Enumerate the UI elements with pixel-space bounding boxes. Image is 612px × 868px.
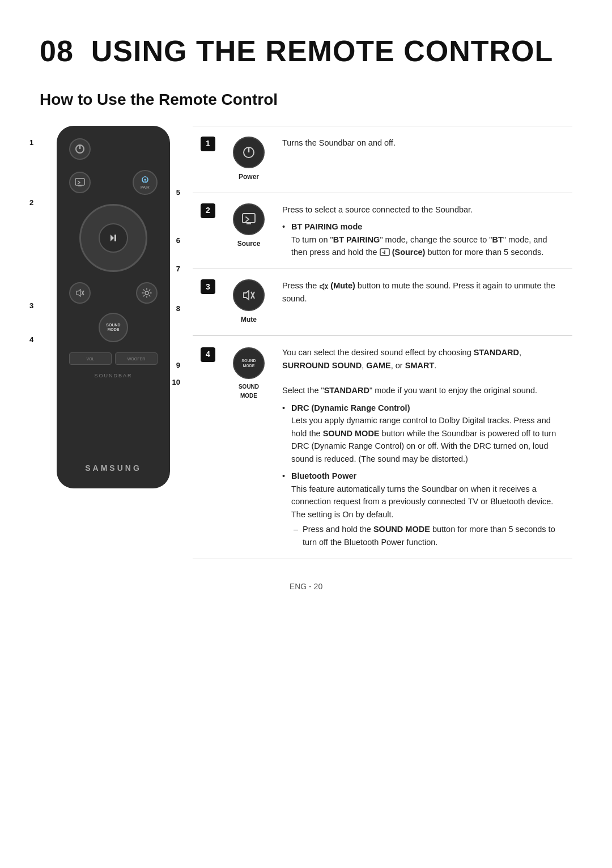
title-text: USING THE REMOTE CONTROL [91,35,554,67]
page-number: ENG - 20 [40,582,572,591]
woofer-slider[interactable]: WOOFER [115,352,158,365]
woofer-label: WOOFER [128,357,146,361]
button-table: 1 Power Turns the Soundbar on and off. [193,126,572,559]
remote-body: PAIR [57,126,170,488]
num-cell-2: 2 [193,193,223,269]
play-pause-button[interactable] [99,223,128,253]
remote-label-2: 2 [29,198,33,207]
svg-rect-11 [243,214,255,223]
icon-cell-mute: Mute [223,269,274,336]
desc-cell-mute: Press the (Mute) button to mute the soun… [274,269,572,336]
sound-mode-label: SOUNDMODE [106,323,120,333]
table-row-mute: 3 Mute Press the (Mute) button [193,269,572,336]
page-title: 08 USING THE REMOTE CONTROL [40,34,572,68]
desc-cell-sound-mode: You can select the desired sound effect … [274,336,572,559]
table-row-power: 1 Power Turns the Soundbar on and off. [193,126,572,193]
source-bullet-1: BT PAIRING mode To turn on "BT PAIRING" … [282,220,564,258]
icon-cell-sound-mode: SOUNDMODE SOUND MODE [223,336,274,559]
desc-cell-power: Turns the Soundbar on and off. [274,126,572,193]
svg-point-3 [144,178,146,180]
sound-mode-icon-label: SOUNDMODE [241,358,256,368]
num-cell-1: 1 [193,126,223,193]
source-icon [233,203,265,235]
source-pair-row: PAIR [67,170,160,195]
slider-row: VOL WOOFER [67,352,160,365]
num-cell-3: 3 [193,269,223,336]
remote-label-4: 4 [29,335,33,344]
mute-button[interactable] [69,282,91,304]
sound-mode-icon: SOUNDMODE [233,347,265,379]
remote-label-5: 5 [176,188,180,197]
soundbar-label: SOUNDBAR [94,373,132,378]
remote-label-10: 10 [172,378,180,386]
samsung-label: SAMSUNG [85,452,142,473]
sound-mode-button-label: SOUND MODE [231,382,266,400]
icon-cell-power: Power [223,126,274,193]
remote-label-7: 7 [176,265,180,273]
remote-label-8: 8 [176,304,180,313]
table-row-sound-mode: 4 SOUNDMODE SOUND MODE You can select th… [193,336,572,559]
desc-cell-source: Press to select a source connected to th… [274,193,572,269]
power-label: Power [231,172,266,182]
svg-rect-5 [114,235,116,241]
nav-ring[interactable] [79,204,147,272]
vol-slider[interactable]: VOL [69,352,112,365]
power-button[interactable] [69,138,91,160]
sound-mode-area: SOUNDMODE [99,313,128,342]
vol-label: VOL [86,357,94,361]
table-row-source: 2 Source Press to select a source co [193,193,572,269]
badge-2: 2 [201,203,215,218]
remote-label-6: 6 [176,236,180,245]
sound-mode-bullet-2: Bluetooth Power This feature automatical… [282,470,564,548]
remote-label-1: 1 [29,138,33,147]
main-layout: 1 2 3 4 5 6 7 8 9 10 [40,126,572,559]
remote-wrapper: 1 2 3 4 5 6 7 8 9 10 [40,126,170,488]
badge-1: 1 [201,137,215,151]
svg-rect-2 [75,178,84,185]
pair-label: PAIR [141,185,150,189]
svg-point-8 [145,291,148,295]
icon-cell-source: Source [223,193,274,269]
remote-label-9: 9 [176,361,180,369]
section-title: How to Use the Remote Control [40,91,572,109]
badge-4: 4 [201,347,215,362]
nav-area [79,204,147,272]
chapter-number: 08 [40,35,74,67]
source-button[interactable] [69,172,91,193]
mute-label: Mute [231,314,266,325]
badge-3: 3 [201,279,215,294]
pair-button[interactable]: PAIR [133,170,158,195]
num-cell-4: 4 [193,336,223,559]
mute-settings-row [67,282,160,304]
settings-button[interactable] [136,282,158,304]
source-label: Source [231,239,266,249]
sound-mode-sub-bullet-1: Press and hold the SOUND MODE button for… [291,523,564,548]
power-row [67,138,160,160]
info-table: 1 Power Turns the Soundbar on and off. [193,126,572,559]
sound-mode-button[interactable]: SOUNDMODE [99,313,128,342]
remote-label-3: 3 [29,301,33,310]
mute-icon [233,279,265,311]
power-icon [233,137,265,168]
sound-mode-bullet-1: DRC (Dynamic Range Control) Lets you app… [282,402,564,465]
